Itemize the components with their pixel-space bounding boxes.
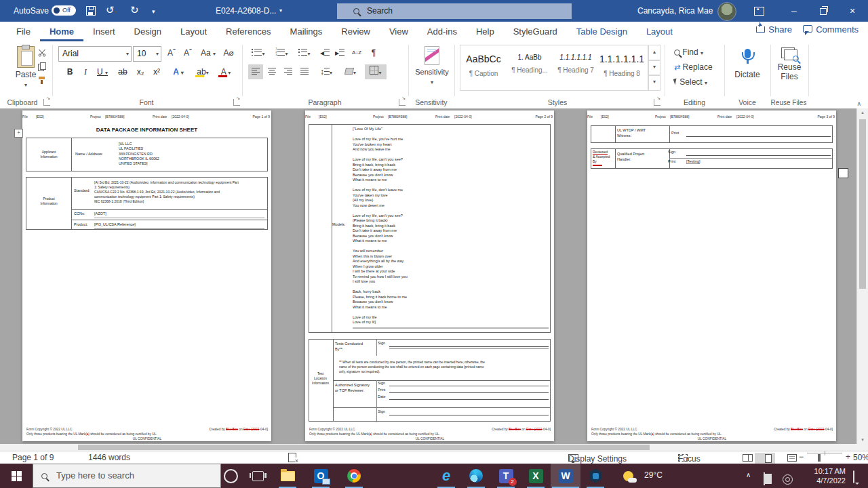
proofing-status-icon[interactable]: [288, 453, 296, 462]
copy-button[interactable]: [38, 62, 46, 73]
ribbon-tab[interactable]: References: [216, 22, 280, 41]
cortana-button[interactable]: [216, 464, 245, 488]
italic-button[interactable]: I: [78, 64, 93, 79]
outlook-button[interactable]: O: [306, 464, 336, 488]
task-view-button[interactable]: [243, 464, 273, 488]
horizontal-scrollbar[interactable]: [0, 444, 868, 451]
temperature[interactable]: 29°C: [644, 470, 663, 480]
justify-button[interactable]: [297, 64, 312, 79]
text-highlight-button[interactable]: ab▾: [193, 64, 213, 79]
styles-scroll-down-button[interactable]: ▾: [648, 60, 660, 76]
edge-button[interactable]: [461, 464, 491, 488]
title-dropdown-icon[interactable]: ▾: [279, 7, 282, 14]
increase-indent-button[interactable]: ▸: [332, 45, 347, 60]
ribbon-tab[interactable]: Add-ins: [418, 22, 467, 41]
zoom-level[interactable]: 50%: [853, 453, 868, 462]
align-center-button[interactable]: [264, 64, 279, 79]
horizontal-scrollbar-thumb[interactable]: [78, 445, 650, 450]
clear-formatting-button[interactable]: A⌀: [221, 45, 236, 60]
hexagon-app-button[interactable]: [580, 464, 610, 488]
taskbar-search-input[interactable]: Type here to search: [33, 464, 221, 488]
ribbon-tab[interactable]: Layout: [171, 22, 216, 41]
styles-dialog-launcher[interactable]: [654, 99, 660, 106]
numbering-button[interactable]: 1 2 3▾: [271, 45, 292, 60]
style-item[interactable]: 1.1.1.1.1.1 ¶ Heading 7: [553, 45, 599, 90]
close-button[interactable]: ×: [837, 0, 867, 22]
bold-button[interactable]: B: [62, 64, 77, 79]
shrink-font-button[interactable]: Aˇ: [180, 45, 195, 60]
font-size-combo[interactable]: 10▾: [133, 46, 161, 62]
zoom-slider[interactable]: [807, 453, 842, 453]
ribbon-tab[interactable]: File: [7, 22, 40, 41]
vertical-scrollbar[interactable]: ▴ ▾: [856, 108, 868, 444]
style-item[interactable]: 1. AaBb ¶ Heading...: [507, 45, 553, 90]
text-effects-button[interactable]: A ▾: [168, 64, 189, 79]
page-1[interactable]: File [E02] Project [B78834588] Print dat…: [22, 110, 271, 441]
ribbon-tab[interactable]: View: [380, 22, 418, 41]
page-indicator[interactable]: Page 1 of 9: [12, 453, 54, 462]
battery-icon[interactable]: [764, 473, 765, 485]
chrome-button[interactable]: [339, 464, 369, 488]
floating-checkbox[interactable]: [838, 168, 848, 178]
multilevel-list-button[interactable]: ▾: [294, 45, 315, 60]
minimize-button[interactable]: –: [779, 0, 809, 22]
zoom-slider-thumb[interactable]: [818, 454, 821, 462]
format-painter-button[interactable]: [38, 76, 46, 86]
borders-button[interactable]: ▾: [365, 64, 387, 79]
underline-button[interactable]: U ▾: [93, 64, 112, 79]
strikethrough-button[interactable]: ab: [115, 64, 130, 79]
font-name-combo[interactable]: Arial▾: [58, 46, 132, 62]
comments-button[interactable]: Comments: [803, 24, 859, 35]
ribbon-tab[interactable]: Insert: [83, 22, 125, 41]
ribbon-tab[interactable]: Review: [332, 22, 380, 41]
collapse-ribbon-button[interactable]: ∧: [856, 100, 861, 107]
scroll-down-icon[interactable]: ▾: [857, 437, 868, 443]
quick-access-more-button[interactable]: ▾: [152, 5, 155, 18]
font-color-button[interactable]: A ▾: [216, 64, 236, 79]
styles-more-button[interactable]: ▾: [648, 75, 660, 91]
ribbon-tab[interactable]: Table Design: [567, 22, 637, 41]
clipboard-dialog-launcher[interactable]: [43, 99, 50, 106]
table-move-handle-icon[interactable]: +: [14, 129, 23, 138]
styles-scroll-up-button[interactable]: ▴: [648, 45, 660, 61]
change-case-button[interactable]: Aa ▾: [198, 45, 218, 60]
shading-button[interactable]: ▾: [340, 64, 361, 79]
sort-button[interactable]: A↓Z: [349, 45, 365, 60]
restore-button[interactable]: [808, 0, 838, 22]
align-left-button[interactable]: [248, 64, 263, 79]
find-button[interactable]: Find ▾: [674, 47, 703, 57]
teams-button[interactable]: T2: [491, 464, 521, 488]
tray-expand-icon[interactable]: ∧: [746, 471, 751, 479]
grow-font-button[interactable]: Aˆ: [164, 45, 179, 60]
autosave-toggle[interactable]: Off: [52, 5, 76, 16]
scroll-up-icon[interactable]: ▴: [857, 110, 868, 115]
style-item[interactable]: AaBbCc ¶ Caption: [460, 45, 507, 90]
page-3[interactable]: File [E02] Project [B78834588] Print dat…: [587, 110, 836, 441]
internet-explorer-button[interactable]: e: [431, 464, 461, 488]
word-button[interactable]: W: [551, 464, 580, 488]
font-dialog-launcher[interactable]: [233, 99, 240, 106]
ribbon-tab[interactable]: Help: [467, 22, 504, 41]
excel-button[interactable]: X: [521, 464, 551, 488]
vertical-scrollbar-thumb[interactable]: [859, 119, 866, 289]
share-button[interactable]: Share: [756, 24, 792, 35]
taskbar-clock[interactable]: 10:17 AM 4/7/2022: [804, 466, 846, 485]
superscript-button[interactable]: x²: [149, 64, 164, 79]
file-explorer-button[interactable]: [273, 464, 302, 488]
ribbon-tab[interactable]: Layout: [637, 22, 682, 41]
replace-button[interactable]: ⇄ Replace: [674, 62, 713, 72]
style-item[interactable]: 1.1.1.1.1.1 ¶ Heading 8: [599, 45, 645, 90]
word-count[interactable]: 1446 words: [88, 453, 130, 462]
undo-button[interactable]: ↺▾: [106, 4, 117, 18]
avatar[interactable]: [717, 2, 736, 21]
paragraph-dialog-launcher[interactable]: [399, 99, 406, 106]
line-spacing-button[interactable]: ↕▾: [316, 64, 336, 79]
page-2[interactable]: File [E02] Project [B78834588] Print dat…: [305, 110, 554, 441]
bullets-button[interactable]: ▾: [248, 45, 269, 60]
decrease-indent-button[interactable]: ◂: [317, 45, 332, 60]
cut-button[interactable]: [38, 49, 46, 59]
select-button[interactable]: Select ▾: [674, 77, 707, 87]
show-paragraph-marks-button[interactable]: ¶: [366, 45, 381, 60]
subscript-button[interactable]: x₂: [133, 64, 148, 79]
start-button[interactable]: [0, 464, 33, 488]
